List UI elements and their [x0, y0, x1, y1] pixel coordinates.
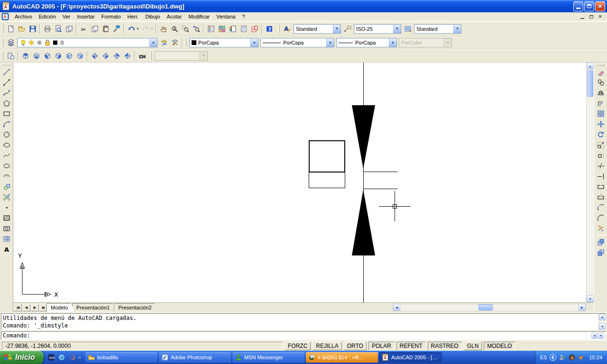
markup-button[interactable] [249, 23, 260, 34]
menu-formato[interactable]: Formato [98, 13, 124, 20]
offset-button[interactable] [595, 98, 607, 109]
menu-ver[interactable]: Ver [59, 13, 74, 20]
command-history[interactable]: Utilidades de menú de AutoCAD cargadas.C… [1, 313, 606, 330]
copy-object-button[interactable] [595, 77, 607, 88]
language-indicator[interactable]: ES [540, 355, 547, 360]
internet-explorer-icon[interactable]: e [57, 353, 66, 362]
undo-button[interactable] [126, 23, 137, 34]
toggle-modelo[interactable]: MODELO [484, 342, 515, 350]
construction-line-button[interactable] [1, 77, 12, 88]
menu-insertar[interactable]: Insertar [74, 13, 98, 20]
scroll-up-icon[interactable]: ▲ [599, 314, 606, 320]
hatch-button[interactable] [1, 213, 12, 223]
toggle-forzc[interactable]: FORZC [285, 342, 311, 350]
msn-status-icon[interactable] [559, 354, 566, 361]
scroll-right-icon[interactable]: ▶ [579, 304, 586, 311]
scroll-down-icon[interactable]: ▼ [587, 295, 594, 302]
scroll-down-icon[interactable]: ▼ [599, 323, 606, 330]
vertical-scroll-thumb[interactable] [587, 71, 593, 97]
task-autocad[interactable]: AutoCAD 2005 - [F:\... [379, 352, 442, 363]
media-player-icon[interactable]: DVD [47, 353, 55, 362]
zoom-window-button[interactable] [180, 23, 191, 34]
menu-archivo[interactable]: Archivo [11, 13, 36, 20]
toolbar-grip[interactable] [2, 25, 3, 33]
publish-button[interactable] [64, 23, 74, 34]
scale-button[interactable] [595, 140, 607, 150]
toggle-orto[interactable]: ORTO [344, 342, 367, 350]
sheet-set-manager-button[interactable] [238, 23, 249, 34]
previous-tab-button[interactable] [22, 304, 30, 311]
zoom-realtime-button[interactable]: ± [169, 23, 180, 34]
bottom-view-button[interactable] [31, 50, 42, 61]
table-button[interactable] [1, 234, 12, 244]
properties-button[interactable] [205, 23, 216, 34]
make-block-button[interactable] [1, 192, 12, 202]
close-button[interactable]: × [595, 1, 605, 11]
rotate-button[interactable] [595, 129, 607, 140]
move-button[interactable] [595, 119, 607, 129]
front-view-button[interactable] [64, 50, 74, 61]
se-isometric-button[interactable] [100, 50, 111, 61]
polyline-button[interactable] [1, 88, 12, 98]
scroll-left-icon[interactable]: ◀ [591, 333, 598, 339]
next-tab-button[interactable] [31, 304, 39, 311]
layer-properties-button[interactable] [5, 37, 16, 48]
insert-block-button[interactable] [1, 182, 12, 192]
clock[interactable]: 15:24 [589, 355, 602, 360]
layer-previous-button[interactable] [169, 37, 180, 48]
line-button[interactable] [1, 67, 12, 77]
match-properties-button[interactable] [111, 23, 122, 34]
menu-modificar[interactable]: Modificar [185, 13, 213, 20]
toolbar-grip[interactable] [2, 38, 3, 47]
fillet-button[interactable] [595, 213, 607, 223]
horizontal-scrollbar[interactable]: ◀ ▶ [393, 304, 586, 311]
mdi-restore-button[interactable] [588, 14, 595, 20]
toggle-rejilla[interactable]: REJILLA [313, 342, 341, 350]
right-view-button[interactable] [53, 50, 64, 61]
help-button[interactable]: ? [264, 23, 275, 34]
toolbar-grip[interactable] [150, 52, 152, 60]
chevron-down-icon[interactable]: ▼ [326, 38, 334, 47]
menu-dibujo[interactable]: Dibujo [142, 13, 163, 20]
task-bobadilla[interactable]: bobadilla [85, 352, 157, 363]
tab-presentacin2[interactable]: Presentación2 [114, 303, 158, 312]
sw-isometric-button[interactable] [89, 50, 100, 61]
bring-to-front-button[interactable] [595, 237, 607, 247]
revision-cloud-button[interactable] [1, 140, 12, 150]
firefox-icon[interactable] [68, 353, 76, 362]
save-button[interactable] [27, 23, 38, 34]
send-to-back-button[interactable] [595, 247, 607, 258]
layer-combo[interactable]: 0 ▼ [17, 38, 157, 47]
camera-button[interactable] [137, 50, 147, 61]
chevron-down-icon[interactable]: ▼ [333, 25, 340, 33]
named-views-button[interactable] [5, 50, 16, 61]
toggle-polar[interactable]: POLAR [368, 342, 395, 350]
first-tab-button[interactable] [14, 304, 22, 311]
nw-isometric-button[interactable] [122, 50, 133, 61]
command-input[interactable]: Comando: ◀ ▶ [1, 331, 606, 340]
cut-button[interactable]: ✂ [78, 23, 89, 34]
stretch-button[interactable] [595, 150, 607, 161]
trim-button[interactable] [595, 161, 607, 171]
toolbar-grip[interactable] [185, 38, 186, 47]
command-history-scrollbar[interactable]: ▲ ▼ [598, 314, 606, 330]
color-combo[interactable]: PorCapa▼ [189, 38, 258, 47]
ellipse-button[interactable] [1, 161, 12, 171]
scroll-up-icon[interactable]: ▲ [587, 63, 594, 70]
task-msn-messenger[interactable]: MSN Messenger [232, 352, 304, 363]
horizontal-scroll-thumb[interactable] [478, 304, 493, 310]
erase-button[interactable] [595, 67, 607, 77]
vertical-scrollbar[interactable]: ▲ ▼ [586, 63, 594, 302]
dim-style-button[interactable] [342, 23, 353, 34]
menu-help[interactable]: ? [239, 13, 248, 20]
linetype-combo[interactable]: PorCapa▼ [260, 38, 334, 47]
chamfer-button[interactable] [595, 202, 607, 213]
polygon-button[interactable] [1, 98, 12, 109]
volume-icon[interactable] [578, 354, 585, 361]
toggle-rastreo[interactable]: RASTREO [428, 342, 462, 350]
mdi-close-button[interactable]: × [597, 14, 604, 20]
region-button[interactable] [1, 223, 12, 234]
arc-button[interactable] [1, 119, 12, 129]
designcenter-button[interactable] [216, 23, 227, 34]
ellipse-arc-button[interactable] [1, 171, 12, 182]
